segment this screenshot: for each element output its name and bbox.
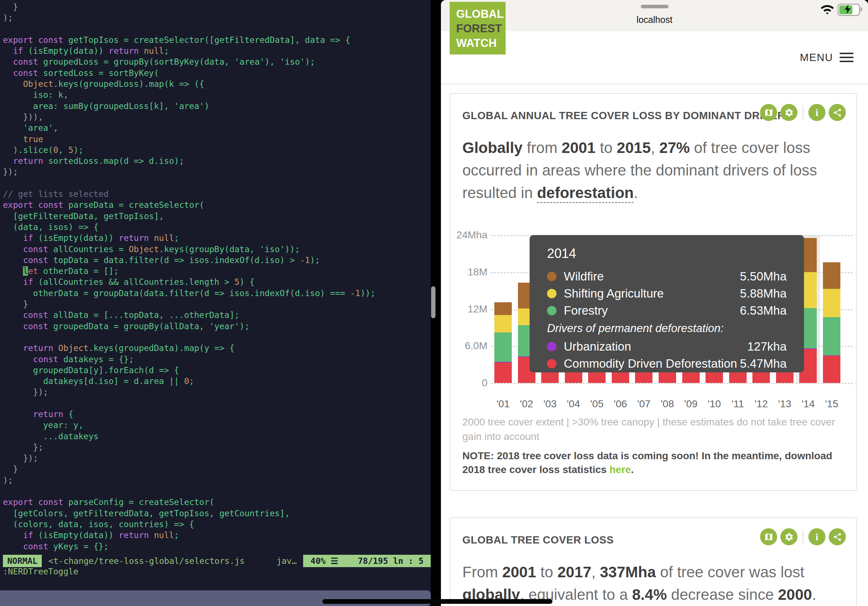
bar-segment[interactable]	[823, 317, 840, 355]
info-button[interactable]: i	[808, 528, 826, 545]
wifi-icon	[821, 5, 834, 15]
code-line[interactable]: if (isEmpty(data)) return null;	[3, 232, 431, 243]
vim-cursor: l	[23, 266, 28, 276]
vim-mode-indicator: NORMAL	[3, 555, 42, 567]
bar-segment[interactable]	[494, 315, 512, 332]
code-line[interactable]: if (isEmpty(data)) return null;	[3, 45, 431, 56]
vim-position-indicator: 40% ☰ 78/195 ln : 5	[303, 555, 431, 567]
bar-segment[interactable]	[494, 332, 512, 362]
tooltip-row-wildfire: Wildfire 5.50Mha	[547, 268, 787, 285]
bar-segment[interactable]	[823, 356, 840, 383]
y-axis-tick-label: 24Mha	[450, 229, 487, 241]
code-line[interactable]: })),	[3, 111, 431, 122]
tooltip-value: 5.88Mha	[740, 287, 787, 300]
code-line[interactable]	[3, 398, 431, 409]
code-line[interactable]: return sortedLoss.map(d => d.iso);	[3, 156, 431, 166]
code-line[interactable]: return {	[3, 409, 431, 420]
x-axis-tick-label: '09	[679, 398, 703, 410]
lines-icon: ☰	[331, 556, 338, 566]
text-segment: of tree cover was lost	[656, 563, 804, 581]
bar-segment[interactable]	[494, 302, 512, 315]
share-button[interactable]	[829, 528, 846, 545]
code-line[interactable]: [getColors, getFilteredData, getTopIsos,…	[3, 508, 431, 519]
code-line[interactable]: const topData = data.filter(d => isos.in…	[3, 255, 431, 266]
code-line[interactable]: otherData = groupData(data.filter(d => i…	[3, 288, 431, 298]
bar-segment[interactable]	[823, 262, 840, 289]
browser-pane[interactable]: localhost MENU GLOBAL FOREST WATCH GLOBA…	[441, 0, 868, 606]
x-axis-tick-label: '07	[632, 398, 656, 410]
code-line[interactable]: if (isEmpty(data)) return null;	[3, 530, 431, 541]
code-line[interactable]: iso: k,	[3, 90, 431, 100]
code-line[interactable]: true	[3, 134, 431, 145]
menu-button[interactable]: MENU	[800, 31, 854, 83]
text-segment: ,	[591, 563, 600, 581]
x-axis-tick-label: '01	[491, 398, 515, 410]
code-line[interactable]: let otherData = [];	[3, 266, 431, 277]
gfw-logo[interactable]: GLOBAL FOREST WATCH	[450, 2, 505, 54]
tooltip-label: Urbanization	[564, 340, 747, 354]
code-line[interactable]: });	[3, 453, 431, 464]
x-axis-tick-label: '03	[538, 398, 562, 410]
code-line[interactable]: Object.keys(groupedLoss).map(k => ({	[3, 79, 431, 90]
code-line[interactable]: 'area',	[3, 122, 431, 133]
code-line[interactable]: }	[3, 298, 431, 309]
x-axis-tick-label: '02	[515, 398, 539, 410]
bar-segment[interactable]	[823, 355, 840, 356]
code-line[interactable]: area: sumBy(groupedLoss[k], 'area')	[3, 100, 431, 111]
code-line[interactable]: datakeys[d.iso] = d.area || 0;	[3, 376, 431, 386]
code-line[interactable]: // get lists selected	[3, 189, 431, 199]
tooltip-row-commodity: Commodity Driven Deforestation 5.47Mha	[547, 355, 787, 372]
settings-button[interactable]	[780, 528, 797, 545]
y-axis-tick-label: 18M	[450, 266, 487, 278]
bar-segment[interactable]	[494, 362, 512, 363]
code-line[interactable]: const allCountries = Object.keys(groupBy…	[3, 244, 431, 255]
code-line[interactable]: const yKeys = {};	[3, 541, 431, 552]
code-line[interactable]: );	[3, 475, 431, 486]
code-line[interactable]: });	[3, 386, 431, 397]
map-button[interactable]	[760, 528, 777, 545]
code-line[interactable]: });	[3, 166, 431, 177]
x-axis-tick-label: '10	[702, 398, 726, 410]
battery-nub	[860, 7, 862, 11]
bar-segment[interactable]	[494, 363, 512, 383]
split-view-grabber[interactable]	[641, 5, 668, 8]
text-segment[interactable]: here	[609, 464, 631, 475]
code-buffer[interactable]: }); export const getTopIsos = createSele…	[3, 2, 431, 552]
code-line[interactable]: (data, isos) => {	[3, 222, 431, 232]
cursor-position: 78/195	[358, 556, 388, 566]
system-status-icons	[821, 4, 860, 16]
code-line[interactable]	[3, 178, 431, 189]
code-line[interactable]: const groupedData = groupBy(allData, 'ye…	[3, 321, 431, 332]
code-line[interactable]: (colors, data, isos, countries) => {	[3, 519, 431, 530]
code-line[interactable]	[3, 332, 431, 343]
code-line[interactable]: const allData = [...topData, ...otherDat…	[3, 309, 431, 320]
code-line[interactable]: [getFilteredData, getTopIsos],	[3, 211, 431, 222]
editor-scrollbar[interactable]	[431, 286, 436, 318]
code-line[interactable]	[3, 24, 431, 34]
code-line[interactable]: const datakeys = {};	[3, 354, 431, 365]
code-line[interactable]: export const parseConfig = createSelecto…	[3, 497, 431, 507]
code-line[interactable]	[3, 486, 431, 497]
code-line[interactable]: };	[3, 442, 431, 453]
code-line[interactable]: }	[3, 464, 431, 475]
bar-segment[interactable]	[823, 289, 840, 317]
code-line[interactable]: export const parseData = createSelector(	[3, 199, 431, 210]
code-line[interactable]: return Object.keys(groupedData).map(y =>…	[3, 343, 431, 354]
code-line[interactable]: ).slice(0, 5);	[3, 145, 431, 156]
gridline	[491, 383, 853, 384]
code-line[interactable]: );	[3, 12, 431, 23]
code-editor-pane[interactable]: }); export const getTopIsos = createSele…	[0, 0, 431, 606]
vim-command-line[interactable]: :NERDTreeToggle	[3, 567, 79, 576]
code-line[interactable]: if (allCountries && allCountries.length …	[3, 277, 431, 288]
code-line[interactable]: }	[3, 2, 431, 12]
charging-bolt-icon	[842, 4, 854, 14]
code-line[interactable]: groupedData[y].forEach(d => {	[3, 365, 431, 376]
code-line[interactable]: export const getTopIsos = createSelector…	[3, 34, 431, 45]
home-indicator[interactable]	[322, 599, 552, 604]
code-line[interactable]: const groupedLoss = groupBy(sortByKey(da…	[3, 56, 431, 67]
chart-tooltip: 2014 Wildfire 5.50Mha Shifting Agricultu…	[530, 235, 804, 373]
code-line[interactable]: ...datakeys	[3, 431, 431, 442]
code-line[interactable]: const sortedLoss = sortByKey(	[3, 68, 431, 79]
code-line[interactable]: year: y,	[3, 420, 431, 431]
text-segment: From	[462, 563, 502, 581]
